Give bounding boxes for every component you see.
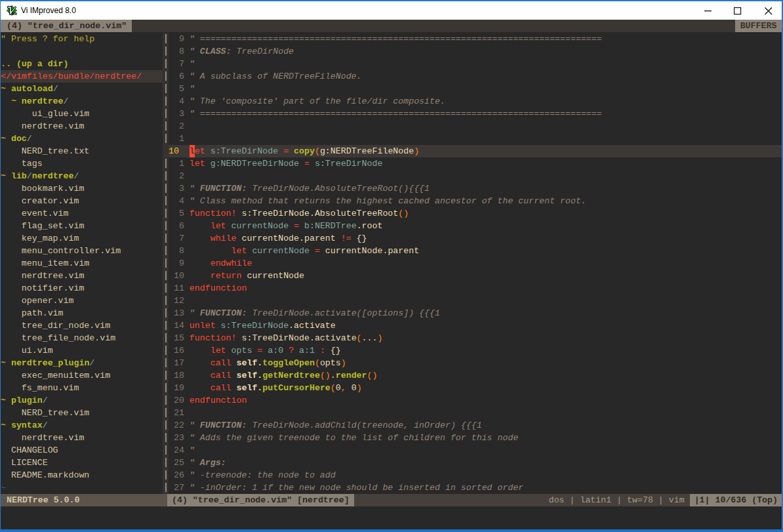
svg-text:im: im [12, 10, 17, 16]
